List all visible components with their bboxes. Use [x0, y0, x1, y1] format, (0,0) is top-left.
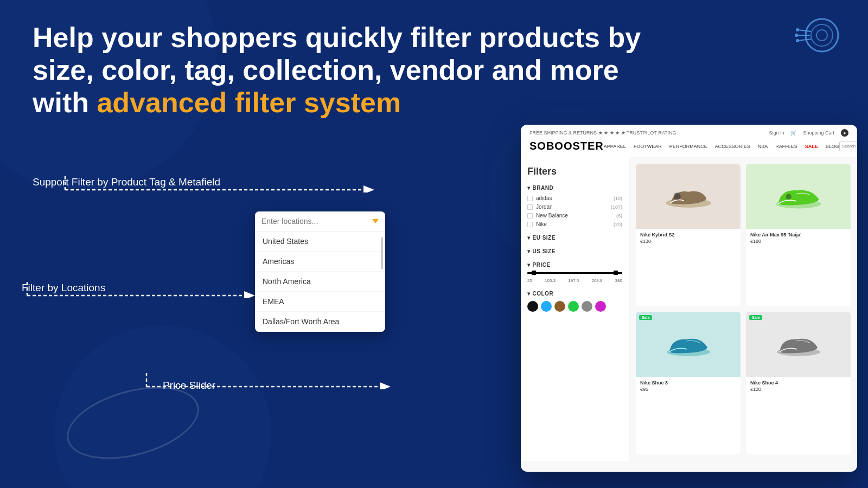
- filter-newbalance[interactable]: New Balance (6): [527, 213, 622, 219]
- filter-eusize-header[interactable]: ▾ EU SIZE: [527, 235, 622, 241]
- price-p1: 105.3: [545, 278, 556, 283]
- jordan-checkbox[interactable]: [527, 204, 533, 210]
- cart-link[interactable]: Shopping Cart: [803, 130, 834, 136]
- product-card-2[interactable]: Nike Air Max 95 'Naija' €180: [746, 164, 851, 306]
- store-search-input[interactable]: [839, 142, 857, 151]
- arrow-price: [136, 357, 396, 389]
- filter-color-section: ▾ COLOR: [527, 291, 622, 312]
- filter-color-header[interactable]: ▾ COLOR: [527, 291, 622, 297]
- store-search: 🔍: [839, 142, 857, 151]
- eusize-label: EU SIZE: [533, 235, 556, 241]
- newbalance-checkbox[interactable]: [527, 213, 533, 219]
- svg-marker-11: [363, 185, 374, 192]
- shoe-svg-1: [661, 180, 716, 213]
- arrow-locations: [16, 266, 260, 298]
- title-line3-plain: with: [33, 87, 97, 118]
- filter-nike[interactable]: Nike (20): [527, 221, 622, 227]
- filter-price-section: ▾ PRICE 25 105.3 197.5 208.8 380: [527, 262, 622, 283]
- location-list: United States Americas North America EME…: [255, 232, 385, 332]
- product-card-3[interactable]: Sale Nike Shoe 3 €95: [636, 312, 741, 454]
- swatch-blue[interactable]: [541, 301, 552, 312]
- topbar-text: FREE SHIPPING & RETURNS ★ ★ ★ ★ ★ TRUSTP…: [529, 130, 676, 136]
- scrollbar: [381, 237, 383, 269]
- location-option-us[interactable]: United States: [255, 232, 385, 252]
- cart-icon: 🛒: [790, 130, 796, 136]
- product-info-1: Nike Kybrid S2 €130: [636, 229, 741, 247]
- filter-brand-section: ▾ BRAND adidas (10) Jordan (107) New Bal…: [527, 185, 622, 227]
- location-option-na[interactable]: North America: [255, 272, 385, 292]
- store-nav: SOBOOSTER APPAREL FOOTWEAR PERFORMANCE A…: [529, 140, 848, 152]
- nav-performance[interactable]: PERFORMANCE: [669, 144, 707, 149]
- sale-badge-4: Sale: [749, 315, 762, 320]
- product-card-4[interactable]: Sale Nike Shoe 4 €120: [746, 312, 851, 454]
- nav-nba[interactable]: NBA: [758, 144, 768, 149]
- store-logo: SOBOOSTER: [529, 140, 604, 152]
- jordan-label: Jordan: [536, 204, 553, 210]
- product-price-2: €180: [750, 239, 846, 244]
- location-input-container[interactable]: [255, 211, 385, 232]
- newbalance-count: (6): [616, 213, 622, 219]
- product-name-3: Nike Shoe 3: [640, 380, 736, 386]
- nav-blog[interactable]: BLOG: [826, 144, 839, 149]
- price-p2: 197.5: [568, 278, 579, 283]
- price-handle-right[interactable]: [614, 271, 618, 275]
- product-info-2: Nike Air Max 95 'Naija' €180: [746, 229, 851, 247]
- nav-accessories[interactable]: ACCESSORIES: [715, 144, 750, 149]
- ussize-chevron: ▾: [527, 248, 531, 254]
- store-topbar: FREE SHIPPING & RETURNS ★ ★ ★ ★ ★ TRUSTP…: [529, 129, 848, 137]
- color-label: COLOR: [533, 291, 554, 297]
- price-handle-left[interactable]: [532, 271, 536, 275]
- location-option-americas[interactable]: Americas: [255, 252, 385, 272]
- shoe-svg-2: [771, 180, 826, 213]
- ussize-label: US SIZE: [533, 248, 556, 254]
- title-line2: size, color, tag, collection, vendor and…: [33, 54, 619, 86]
- filter-jordan[interactable]: Jordan (107): [527, 204, 622, 210]
- filter-ussize-header[interactable]: ▾ US SIZE: [527, 248, 622, 254]
- filter-adidas[interactable]: adidas (10): [527, 195, 622, 201]
- nav-raffles[interactable]: RAFFLES: [775, 144, 797, 149]
- shoe-svg-3: [661, 328, 716, 361]
- swatch-purple[interactable]: [595, 301, 606, 312]
- nav-footwear[interactable]: FOOTWEAR: [634, 144, 662, 149]
- svg-marker-17: [380, 382, 391, 389]
- price-labels: 25 105.3 197.5 208.8 380: [527, 278, 622, 283]
- location-dropdown-widget: United States Americas North America EME…: [255, 211, 385, 332]
- svg-point-21: [786, 194, 791, 200]
- location-option-dallas[interactable]: Dallas/Fort Worth Area: [255, 312, 385, 332]
- nav-apparel[interactable]: APPAREL: [604, 144, 626, 149]
- product-image-3: [636, 312, 741, 377]
- arrow-tags: [54, 160, 380, 192]
- product-name-2: Nike Air Max 95 'Naija': [750, 232, 846, 237]
- location-option-emea[interactable]: EMEA: [255, 292, 385, 312]
- product-info-3: Nike Shoe 3 €95: [636, 377, 741, 395]
- nike-label: Nike: [536, 221, 547, 227]
- filter-price-header[interactable]: ▾ PRICE: [527, 262, 622, 268]
- store-header: FREE SHIPPING & RETURNS ★ ★ ★ ★ ★ TRUSTP…: [521, 125, 857, 157]
- product-card-1[interactable]: Nike Kybrid S2 €130: [636, 164, 741, 306]
- swatch-gray[interactable]: [582, 301, 592, 312]
- product-image-1: [636, 164, 741, 229]
- swatch-brown[interactable]: [554, 301, 565, 312]
- account-icon: ●: [841, 129, 848, 137]
- title-highlight: advanced filter system: [97, 87, 401, 118]
- signin-link[interactable]: Sign In: [769, 130, 784, 136]
- dropdown-arrow-icon: [372, 219, 379, 223]
- jordan-count: (107): [611, 204, 622, 210]
- filter-brand-header[interactable]: ▾ BRAND: [527, 185, 622, 191]
- location-search-input[interactable]: [261, 217, 372, 226]
- products-grid: Nike Kybrid S2 €130 Nike Air Max 95: [629, 157, 857, 461]
- nike-checkbox[interactable]: [527, 222, 533, 227]
- product-info-4: Nike Shoe 4 €120: [746, 377, 851, 395]
- nav-sale[interactable]: SALE: [805, 144, 818, 149]
- filter-ussize-section: ▾ US SIZE: [527, 248, 622, 254]
- product-image-4: [746, 312, 851, 377]
- swatch-green[interactable]: [568, 301, 579, 312]
- store-content: Filters ▾ BRAND adidas (10) Jordan (107): [521, 157, 857, 461]
- svg-point-19: [673, 192, 680, 200]
- svg-marker-14: [244, 291, 255, 298]
- filters-title: Filters: [527, 166, 622, 177]
- adidas-checkbox[interactable]: [527, 196, 533, 201]
- price-slider-track[interactable]: [527, 272, 622, 274]
- product-price-1: €130: [640, 239, 736, 244]
- swatch-black[interactable]: [527, 301, 538, 312]
